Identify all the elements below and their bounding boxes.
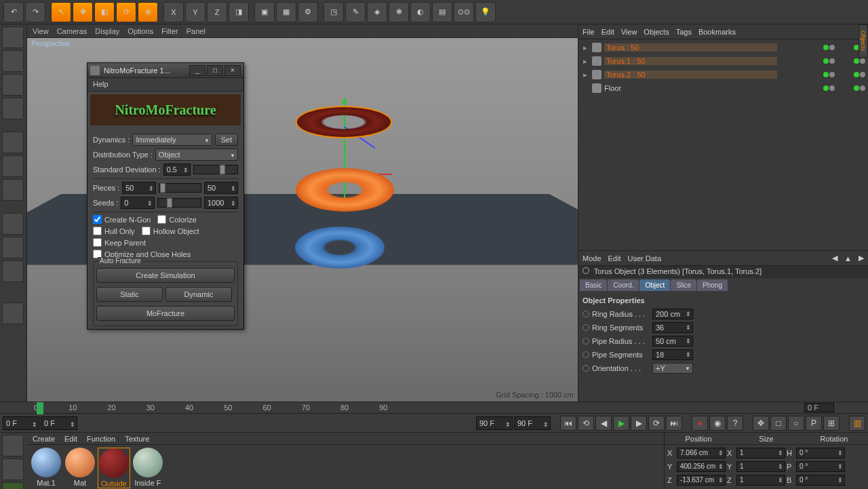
maximize-button[interactable]: □ <box>207 65 223 76</box>
stddev-slider[interactable] <box>193 165 238 174</box>
edge-mode-icon[interactable] <box>2 155 24 177</box>
material-item[interactable]: Mat <box>64 448 96 488</box>
step-back-icon[interactable]: ◀ <box>595 416 612 431</box>
object-row[interactable]: Floor <box>578 81 868 95</box>
goto-start-icon[interactable]: ⏮ <box>560 416 576 431</box>
seeds-field-a[interactable]: 0 <box>121 197 155 209</box>
menu-texture[interactable]: Texture <box>125 435 149 443</box>
primitive-cube-icon[interactable]: ◳ <box>323 2 344 22</box>
snap-icon[interactable] <box>2 260 24 282</box>
menu-file[interactable]: File <box>583 28 595 36</box>
object-row[interactable]: ▸Torus.2 : 50 <box>578 68 868 81</box>
distribution-dropdown[interactable]: Object <box>155 149 238 161</box>
key-scale-icon[interactable]: □ <box>770 416 787 431</box>
recent-tool-icon[interactable]: ⊕ <box>138 2 158 22</box>
menu-edit[interactable]: Edit <box>601 28 614 36</box>
extra-tool-1[interactable] <box>2 435 24 456</box>
menu-help[interactable]: Help <box>93 80 108 88</box>
size-y-field[interactable]: 1 <box>736 461 785 472</box>
next-key-icon[interactable]: ⟳ <box>648 416 665 431</box>
attr-value-field[interactable]: 18 <box>652 349 693 360</box>
timeline-marker[interactable] <box>37 402 43 414</box>
menu-view[interactable]: View <box>621 28 637 36</box>
mofracture-button[interactable]: MoFracture <box>96 306 235 321</box>
goto-end-icon[interactable]: ⏭ <box>666 416 682 431</box>
static-button[interactable]: Static <box>96 287 163 302</box>
pos-x-field[interactable]: 7.066 cm <box>677 448 726 458</box>
material-item[interactable]: Mat.1 <box>30 448 62 488</box>
frame-start-display[interactable]: 0 F <box>3 416 39 430</box>
select-tool-icon[interactable]: ↖ <box>51 2 71 22</box>
set-button[interactable]: Set <box>215 134 238 146</box>
frame-max-field[interactable]: 90 F <box>476 416 513 430</box>
menu-display[interactable]: Display <box>95 27 119 35</box>
key-pos-icon[interactable]: ✥ <box>753 416 769 431</box>
size-x-field[interactable]: 1 <box>736 448 785 458</box>
right-tab-objects[interactable]: Objects <box>859 24 868 58</box>
material-item[interactable]: Outside <box>98 448 130 488</box>
menu-userdata[interactable]: User Data <box>628 254 662 262</box>
polygon-mode-icon[interactable] <box>2 179 24 201</box>
rot-h-field[interactable]: 0 ° <box>796 448 845 458</box>
material-item[interactable]: Inside F <box>132 448 164 488</box>
point-mode-icon[interactable] <box>2 132 24 153</box>
axis-x-icon[interactable]: X <box>163 2 184 22</box>
key-pla-icon[interactable]: ⊞ <box>823 416 840 431</box>
rot-p-field[interactable]: 0 ° <box>796 461 845 472</box>
object-row[interactable]: ▸Torus : 50 <box>578 41 868 54</box>
extra-tool-3[interactable] <box>2 482 24 489</box>
tab-phong[interactable]: Phong <box>697 279 728 291</box>
model-mode-icon[interactable] <box>2 50 24 72</box>
menu-view[interactable]: View <box>33 27 49 35</box>
menu-objects[interactable]: Objects <box>644 28 669 36</box>
attr-value-field[interactable]: 50 cm <box>652 336 693 347</box>
pieces-field-a[interactable]: 50 <box>122 182 156 194</box>
pos-z-field[interactable]: -13.637 cm <box>677 475 726 486</box>
torus-red-object[interactable] <box>296 106 392 138</box>
create-ngon-checkbox[interactable] <box>93 215 102 224</box>
menu-function[interactable]: Function <box>87 435 115 443</box>
menu-cameras[interactable]: Cameras <box>57 27 87 35</box>
hull-only-checkbox[interactable] <box>93 227 102 235</box>
seeds-slider[interactable] <box>157 198 201 208</box>
size-z-field[interactable]: 1 <box>736 475 785 486</box>
step-fwd-icon[interactable]: ▶ <box>631 416 647 431</box>
keep-parent-checkbox[interactable] <box>93 238 102 247</box>
record-icon[interactable]: ● <box>692 416 708 431</box>
minimize-button[interactable]: _ <box>189 65 205 76</box>
tab-slice[interactable]: Slice <box>671 279 696 291</box>
render-region-icon[interactable]: ▦ <box>276 2 296 22</box>
frame-min-field[interactable]: 0 F <box>41 416 77 430</box>
extra-tool-2[interactable] <box>2 458 24 480</box>
dynamics-dropdown[interactable]: Immediately <box>132 134 212 146</box>
magnet-icon[interactable] <box>2 302 24 324</box>
colorize-checkbox[interactable] <box>157 215 166 224</box>
generator-icon[interactable]: ◈ <box>367 2 387 22</box>
layout-icon[interactable]: ▥ <box>849 416 865 431</box>
mograph-icon[interactable]: ❋ <box>389 2 409 22</box>
render-settings-icon[interactable]: ⚙ <box>298 2 318 22</box>
tab-coord[interactable]: Coord. <box>608 279 639 291</box>
menu-tags[interactable]: Tags <box>676 28 692 36</box>
prev-key-icon[interactable]: ⟲ <box>578 416 594 431</box>
key-param-icon[interactable]: P <box>806 416 822 431</box>
timeline-ruler[interactable]: 0 10 20 30 40 50 60 70 80 90 0 F <box>0 402 868 414</box>
menu-options[interactable]: Options <box>127 27 153 35</box>
frame-current-end[interactable]: 0 F <box>804 403 834 412</box>
key-rot-icon[interactable]: ○ <box>788 416 804 431</box>
tab-basic[interactable]: Basic <box>580 279 607 291</box>
coord-system-icon[interactable]: ◨ <box>229 2 249 22</box>
close-button[interactable]: × <box>224 65 241 76</box>
autokey-icon[interactable]: ◉ <box>709 416 726 431</box>
window-titlebar[interactable]: NitroMoFracture 1... _ □ × <box>87 63 243 78</box>
undo-icon[interactable]: ↶ <box>3 2 24 22</box>
camera-icon[interactable]: ⊙⊙ <box>454 2 474 22</box>
menu-create[interactable]: Create <box>33 435 55 443</box>
menu-edit3[interactable]: Edit <box>64 435 77 443</box>
dynamic-button[interactable]: Dynamic <box>165 287 232 302</box>
workplane-icon[interactable] <box>2 98 24 119</box>
attr-value-field[interactable]: 36 <box>652 322 693 333</box>
menu-mode[interactable]: Mode <box>583 254 601 262</box>
pieces-slider[interactable] <box>159 183 201 193</box>
tweak-icon[interactable] <box>2 237 24 258</box>
